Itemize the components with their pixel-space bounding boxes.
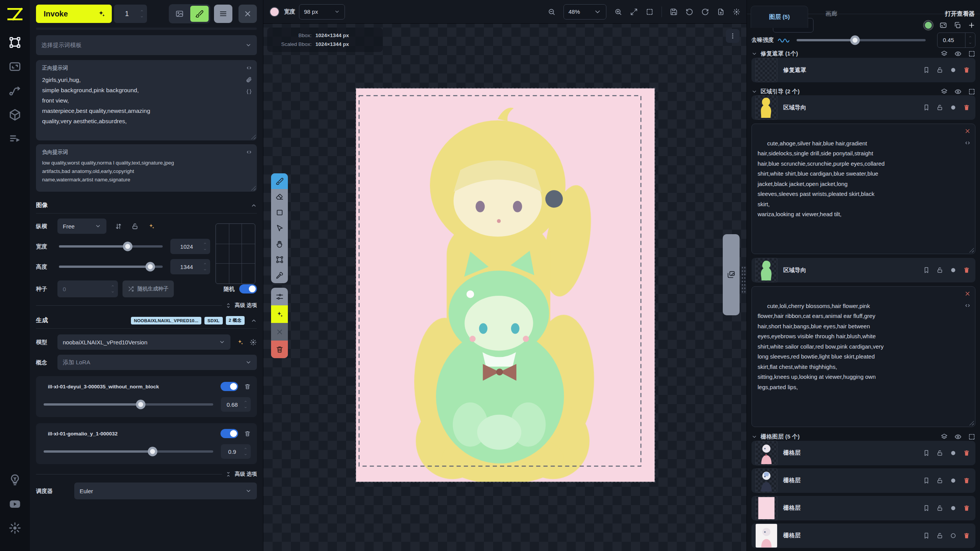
delete-layer-button[interactable] — [271, 341, 288, 358]
resize-grip[interactable] — [250, 185, 256, 191]
tool-move[interactable] — [271, 220, 288, 236]
open-viewer-button[interactable]: 打开查看器 — [945, 0, 975, 28]
raster-layers-section-header[interactable]: 栅格图层 (5 个) — [751, 433, 975, 441]
lora-weight-input[interactable]: 0.68 — [221, 397, 251, 412]
model-default-settings-icon[interactable] — [237, 339, 244, 346]
random-seed-toggle[interactable] — [239, 284, 257, 293]
tab-queue-icon[interactable] — [8, 132, 21, 145]
regional-prompt-box[interactable]: cute,ahoge,silver hair,blue hair,gradien… — [751, 124, 975, 254]
swap-dimensions-icon[interactable] — [115, 223, 122, 230]
menu-button[interactable] — [214, 5, 232, 23]
embedding-icon[interactable] — [246, 149, 252, 155]
positive-prompt-box[interactable]: 正向提示词 2girls,yuri,hug, simple background… — [36, 60, 257, 140]
raster-layer-item[interactable]: 栅格层 — [751, 523, 975, 548]
increment-icon[interactable] — [243, 447, 248, 450]
brush-width-select[interactable]: 98 px — [299, 4, 345, 20]
lock-icon[interactable] — [936, 450, 943, 456]
tab-gallery[interactable]: 画廊 — [825, 0, 837, 28]
delete-layer-icon[interactable] — [963, 532, 970, 539]
scheduler-select[interactable]: Euler — [74, 483, 257, 499]
lora-weight-input[interactable]: 0.9 — [221, 444, 251, 459]
resize-grip[interactable] — [250, 134, 256, 139]
collapse-icon[interactable] — [251, 318, 257, 324]
undo-icon[interactable] — [686, 8, 693, 16]
decrement-icon[interactable] — [203, 268, 207, 271]
width-input[interactable]: 1024 — [170, 239, 210, 254]
aspect-select[interactable]: Free — [57, 218, 106, 234]
delete-lora-icon[interactable] — [244, 383, 251, 390]
model-settings-icon[interactable] — [250, 339, 257, 346]
canvas-image[interactable] — [355, 88, 655, 483]
bookmark-icon[interactable] — [923, 104, 930, 111]
embedding-icon[interactable] — [246, 65, 252, 71]
cancel-button[interactable] — [238, 5, 257, 23]
image-section-header[interactable]: 图像 — [36, 197, 257, 214]
fit-bbox-icon[interactable] — [646, 8, 653, 16]
delete-layer-icon[interactable] — [963, 267, 970, 274]
add-lora-select[interactable]: 添加 LoRA — [57, 355, 257, 370]
delete-lora-icon[interactable] — [244, 430, 251, 437]
lock-icon[interactable] — [936, 532, 943, 539]
bookmark-icon[interactable] — [923, 67, 930, 73]
layers-icon[interactable] — [941, 50, 948, 57]
enabled-indicator-icon[interactable] — [950, 450, 957, 456]
width-slider[interactable] — [59, 245, 163, 248]
resize-grip[interactable] — [968, 247, 974, 253]
decrement-icon[interactable] — [111, 290, 115, 293]
delete-layer-icon[interactable] — [963, 104, 970, 111]
zoom-select[interactable]: 48% — [564, 4, 606, 20]
decrement-icon[interactable] — [140, 15, 144, 18]
enabled-indicator-icon[interactable] — [950, 532, 957, 539]
inpaint-mask-item[interactable]: 修复遮罩 — [751, 58, 975, 82]
decrement-icon[interactable] — [243, 406, 248, 409]
embedding-icon[interactable] — [964, 302, 971, 309]
denoise-slider[interactable] — [797, 39, 926, 41]
raster-layer-item[interactable]: 栅格层 — [751, 468, 975, 493]
layers-icon[interactable] — [941, 88, 948, 95]
raster-layer-item[interactable]: 栅格层 — [751, 441, 975, 465]
decrement-icon[interactable] — [203, 248, 207, 251]
new-image-layer-button[interactable] — [170, 6, 189, 22]
braces-icon[interactable] — [246, 88, 252, 95]
tab-layers[interactable]: 图层 (5) — [751, 6, 808, 28]
delete-layer-icon[interactable] — [963, 477, 970, 484]
panel-resize-handle[interactable] — [741, 266, 746, 293]
batch-count-stepper[interactable]: 1 — [114, 5, 147, 23]
increment-icon[interactable] — [111, 284, 115, 287]
new-brush-layer-button[interactable] — [190, 6, 209, 22]
visibility-icon[interactable] — [954, 50, 962, 57]
increment-icon[interactable] — [140, 9, 144, 12]
enabled-indicator-icon[interactable] — [950, 67, 957, 73]
delete-layer-icon[interactable] — [963, 67, 970, 73]
bbox-icon[interactable] — [968, 88, 975, 95]
model-select[interactable]: noobaiXLNAIXL_vPred10Version — [57, 334, 230, 350]
canvas-menu-button[interactable] — [726, 29, 740, 43]
tab-models-icon[interactable] — [8, 108, 21, 121]
height-slider[interactable] — [59, 266, 163, 268]
negative-prompt-box[interactable]: 负向提示词 low quality,worst quality,norma l … — [36, 144, 257, 192]
canvas-settings-icon[interactable] — [733, 8, 740, 16]
bookmark-icon[interactable] — [923, 532, 930, 539]
new-session-icon[interactable] — [717, 8, 725, 16]
lock-icon[interactable] — [936, 104, 943, 111]
generation-advanced-options[interactable]: 高级 选项 — [36, 471, 257, 478]
remove-prompt-icon[interactable] — [964, 290, 971, 297]
tool-eyedropper[interactable] — [271, 267, 288, 283]
brush-color-swatch[interactable] — [270, 7, 279, 17]
height-input[interactable]: 1344 — [170, 259, 210, 274]
decrement-icon[interactable] — [243, 453, 248, 456]
fit-to-view-icon[interactable] — [630, 8, 638, 16]
remove-prompt-icon[interactable] — [964, 128, 971, 134]
enabled-indicator-icon[interactable] — [950, 505, 957, 512]
redo-icon[interactable] — [701, 8, 709, 16]
tool-rectangle[interactable] — [271, 205, 288, 220]
enabled-indicator-icon[interactable] — [950, 477, 957, 484]
lock-aspect-icon[interactable] — [131, 223, 139, 230]
positive-prompt-text[interactable]: 2girls,yuri,hug, simple background,pink … — [42, 75, 237, 126]
bookmark-icon[interactable] — [923, 450, 930, 456]
zoom-out-icon[interactable] — [548, 8, 555, 16]
save-canvas-icon[interactable] — [670, 8, 678, 16]
regional-prompt-text[interactable]: cute,ahoge,silver hair,blue hair,gradien… — [758, 140, 885, 218]
tool-bbox[interactable] — [271, 252, 288, 267]
regional-guidance-item[interactable]: 区域导向 — [751, 95, 975, 120]
